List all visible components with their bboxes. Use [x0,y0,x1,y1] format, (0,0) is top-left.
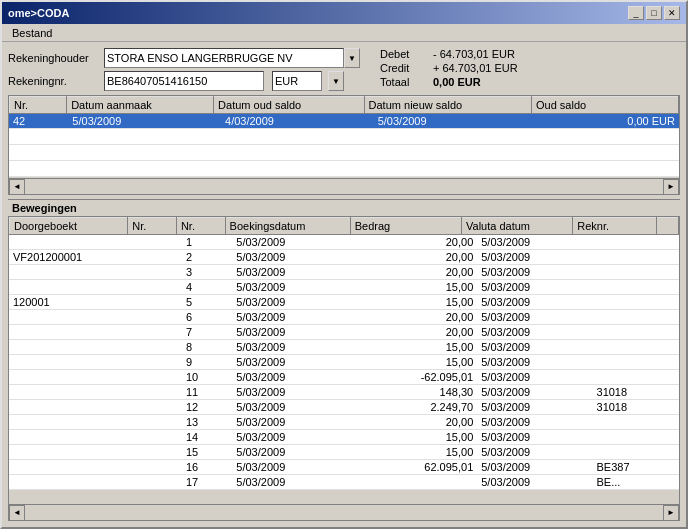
col-nr2-header: Nr. [128,218,177,235]
upper-table: Nr. Datum aanmaak Datum oud saldo Datum … [9,96,679,114]
upper-row-oud-saldo: 0,00 EUR [526,114,679,129]
cell-doorgeboekt: VF201200001 [9,250,131,265]
table-row[interactable]: 7 5/03/2009 20,00 5/03/2009 [9,325,679,340]
table-row[interactable]: VF201200001 2 5/03/2009 20,00 5/03/2009 [9,250,679,265]
cell-bedrag: 20,00 [362,250,477,265]
totaal-value: 0,00 EUR [433,76,481,88]
rekeninghouder-label: Rekeninghouder [8,52,98,64]
col-nr-header: Nr. [10,97,67,114]
form-right: Debet - 64.703,01 EUR Credit + 64.703,01… [380,48,518,88]
table-row[interactable] [9,161,679,177]
cell-boekdatum: 5/03/2009 [232,235,362,250]
col-datum-oud-header: Datum oud saldo [214,97,364,114]
lower-table-container: Doorgeboekt Nr. Nr. Boekingsdatum Bedrag… [8,216,680,521]
upper-table-tbody: 42 5/03/2009 4/03/2009 5/03/2009 0,00 EU… [9,114,679,177]
rekeninghouder-dropdown-arrow[interactable]: ▼ [344,48,360,68]
cell-boekdatum: 5/03/2009 [232,250,362,265]
table-row[interactable]: 6 5/03/2009 20,00 5/03/2009 [9,310,679,325]
rekeningnr-label: Rekeningnr. [8,75,98,87]
cell-reknr [593,235,679,250]
debet-row: Debet - 64.703,01 EUR [380,48,518,60]
lower-scroll-track[interactable] [25,509,663,517]
col-valuta-header: Valuta datum [462,218,573,235]
rekeningnr-row: Rekeningnr. BE86407051416150 EUR ▼ [8,71,360,91]
minimize-button[interactable]: _ [628,6,644,20]
cell-nr1 [131,250,181,265]
cell-reknr [593,250,679,265]
table-row[interactable]: 13 5/03/2009 20,00 5/03/2009 [9,415,679,430]
close-button[interactable]: ✕ [664,6,680,20]
scroll-spacer [656,218,678,235]
lower-table: 1 5/03/2009 20,00 5/03/2009 VF201200001 … [9,235,679,490]
cell-valuta: 5/03/2009 [477,235,592,250]
cell-nr2: 1 [182,235,232,250]
col-bedrag-header: Bedrag [350,218,461,235]
col-datum-nieuw-header: Datum nieuw saldo [364,97,531,114]
bewegingen-header: Bewegingen [8,199,680,216]
table-row[interactable]: 16 5/03/2009 62.095,01 5/03/2009 BE387 [9,460,679,475]
cell-nr2: 2 [182,250,232,265]
upper-row-nr: 42 [9,114,68,129]
cell-nr1 [131,235,181,250]
col-boekingsdatum-header: Boekingsdatum [225,218,350,235]
table-row[interactable]: 9 5/03/2009 15,00 5/03/2009 [9,355,679,370]
table-row[interactable]: 1 5/03/2009 20,00 5/03/2009 [9,235,679,250]
rekeningnr-dropdown-arrow[interactable]: ▼ [328,71,344,91]
table-row[interactable] [9,129,679,145]
upper-table-body: 42 5/03/2009 4/03/2009 5/03/2009 0,00 EU… [9,114,679,177]
form-left: Rekeninghouder STORA ENSO LANGERBRUGGE N… [8,48,360,91]
upper-table-header: Nr. Datum aanmaak Datum oud saldo Datum … [10,97,679,114]
table-row[interactable]: 3 5/03/2009 20,00 5/03/2009 [9,265,679,280]
debet-value: - 64.703,01 EUR [433,48,515,60]
lower-scroll-left-arrow[interactable]: ◄ [9,505,25,521]
table-row[interactable]: 42 5/03/2009 4/03/2009 5/03/2009 0,00 EU… [9,114,679,129]
lower-horiz-scrollbar[interactable]: ◄ ► [9,504,679,520]
table-row[interactable]: 4 5/03/2009 15,00 5/03/2009 [9,280,679,295]
credit-value: + 64.703,01 EUR [433,62,518,74]
upper-table-container: Nr. Datum aanmaak Datum oud saldo Datum … [8,95,680,195]
credit-row: Credit + 64.703,01 EUR [380,62,518,74]
lower-scroll-right-arrow[interactable]: ► [663,505,679,521]
rekeninghouder-row: Rekeninghouder STORA ENSO LANGERBRUGGE N… [8,48,360,68]
col-nr3-header: Nr. [176,218,225,235]
menu-item-bestand[interactable]: Bestand [6,26,58,40]
cell-bedrag: 20,00 [362,235,477,250]
table-row[interactable]: 12 5/03/2009 2.249,70 5/03/2009 31018 [9,400,679,415]
upper-row-datum-nieuw: 5/03/2009 [374,114,527,129]
table-row[interactable]: 8 5/03/2009 15,00 5/03/2009 [9,340,679,355]
table-row[interactable]: 11 5/03/2009 148,30 5/03/2009 31018 [9,385,679,400]
totaal-row: Totaal 0,00 EUR [380,76,518,88]
bewegingen-section: Bewegingen Doorgeboekt Nr. Nr. Boekingsd… [8,199,680,521]
debet-label: Debet [380,48,425,60]
table-row[interactable]: 120001 5 5/03/2009 15,00 5/03/2009 [9,295,679,310]
title-bar-buttons: _ □ ✕ [628,6,680,20]
upper-row-datum-oud: 4/03/2009 [221,114,374,129]
upper-table-scroll[interactable]: 42 5/03/2009 4/03/2009 5/03/2009 0,00 EU… [9,114,679,178]
maximize-button[interactable]: □ [646,6,662,20]
table-row[interactable]: 10 5/03/2009 -62.095,01 5/03/2009 [9,370,679,385]
main-window: ome>CODA _ □ ✕ Bestand Rekeninghouder ST… [0,0,688,529]
col-oud-saldo-header: Oud saldo [532,97,679,114]
upper-scroll-left-arrow[interactable]: ◄ [9,179,25,195]
table-row[interactable]: 14 5/03/2009 15,00 5/03/2009 [9,430,679,445]
cell-doorgeboekt [9,235,131,250]
col-doorgeboekt-header: Doorgeboekt [10,218,128,235]
window-title: ome>CODA [8,7,69,19]
lower-table-scroll[interactable]: 1 5/03/2009 20,00 5/03/2009 VF201200001 … [9,235,679,504]
form-section: Rekeninghouder STORA ENSO LANGERBRUGGE N… [8,48,680,91]
table-row[interactable] [9,145,679,161]
lower-table-tbody: 1 5/03/2009 20,00 5/03/2009 VF201200001 … [9,235,679,490]
upper-horiz-scrollbar[interactable]: ◄ ► [9,178,679,194]
rekeningnr-value[interactable]: BE86407051416150 [104,71,264,91]
upper-scroll-track[interactable] [25,183,663,191]
lower-table-header-table: Doorgeboekt Nr. Nr. Boekingsdatum Bedrag… [9,217,679,235]
table-row[interactable]: 15 5/03/2009 15,00 5/03/2009 [9,445,679,460]
col-reknr-header: Reknr. [573,218,656,235]
upper-scroll-right-arrow[interactable]: ► [663,179,679,195]
totaal-label: Totaal [380,76,425,88]
table-row[interactable]: 17 5/03/2009 5/03/2009 BE... [9,475,679,490]
col-datum-aanmaak-header: Datum aanmaak [67,97,214,114]
cell-valuta: 5/03/2009 [477,250,592,265]
rekeninghouder-select[interactable]: STORA ENSO LANGERBRUGGE NV ▼ [104,48,360,68]
lower-table-header: Doorgeboekt Nr. Nr. Boekingsdatum Bedrag… [10,218,679,235]
